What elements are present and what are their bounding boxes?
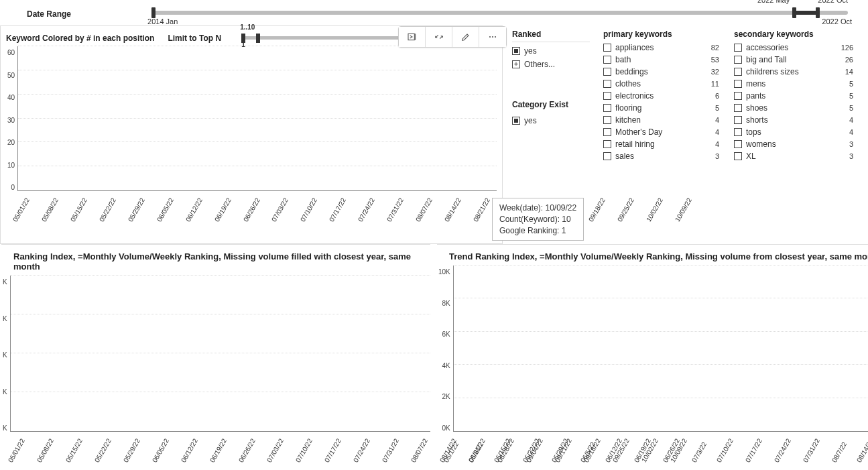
- toolbar-totals-button[interactable]: [399, 27, 426, 47]
- primary-keywords-title: primary keywords: [603, 30, 723, 39]
- y-tick: K: [3, 278, 7, 286]
- svg-rect-0: [408, 34, 414, 40]
- keyword-label: childrens sizes: [746, 67, 799, 76]
- secondary-keyword-item[interactable]: womens 3: [734, 139, 857, 149]
- y-tick: 8K: [442, 300, 450, 307]
- svg-point-2: [492, 36, 493, 38]
- date-range-slider[interactable]: 2014 Jan 2022 May 2022 Oct 2022 Oct: [151, 5, 848, 23]
- filter-ranked-yes[interactable]: yes: [512, 46, 590, 56]
- y-tick: 60: [7, 49, 15, 56]
- primary-keyword-item[interactable]: kitchen 4: [603, 115, 723, 125]
- filter-catexist-yes[interactable]: yes: [512, 116, 590, 125]
- keyword-label: tops: [746, 127, 761, 137]
- keyword-count: 4: [849, 116, 857, 124]
- keyword-count: 11: [711, 80, 723, 88]
- chart-tooltip: Week(date): 10/09/22 Count(Keyword): 10 …: [492, 198, 584, 241]
- keyword-label: Mother's Day: [615, 127, 662, 137]
- primary-keyword-item[interactable]: flooring 5: [603, 103, 723, 113]
- secondary-keyword-item[interactable]: mens 5: [734, 79, 857, 89]
- keyword-count: 126: [841, 44, 857, 52]
- card-toolbar: [398, 26, 507, 48]
- secondary-keyword-item[interactable]: tops 4: [734, 127, 857, 137]
- secondary-keyword-item[interactable]: accessories 126: [734, 43, 857, 52]
- y-tick: 0: [11, 184, 15, 191]
- y-tick: 6K: [442, 331, 450, 338]
- secondary-keyword-item[interactable]: big and Tall 26: [734, 55, 857, 64]
- y-tick: K: [3, 315, 7, 322]
- filter-ranked-yes-label: yes: [524, 46, 537, 56]
- primary-keyword-item[interactable]: Mother's Day 4: [603, 127, 723, 137]
- y-tick: 4K: [442, 362, 450, 369]
- topn-value: 1..10: [240, 23, 255, 31]
- secondary-keyword-item[interactable]: XL 3: [734, 152, 857, 161]
- date-range-sel-start: 2022 May: [757, 0, 790, 4]
- secondary-keywords-panel: secondary keywords accessories 126 big a…: [726, 25, 860, 244]
- svg-point-1: [489, 36, 491, 38]
- toolbar-more-button[interactable]: [479, 27, 506, 47]
- keyword-label: kitchen: [615, 115, 641, 125]
- keyword-count: 14: [845, 68, 857, 76]
- toolbar-expand-button[interactable]: [426, 27, 452, 47]
- keyword-label: clothes: [615, 79, 641, 89]
- checkbox-filled-icon: [512, 117, 520, 125]
- checkbox-icon: [734, 128, 742, 136]
- keyword-count: 4: [849, 128, 857, 136]
- checkbox-icon: [603, 116, 611, 124]
- tooltip-line-1: Week(date): 10/09/22: [499, 202, 576, 214]
- chart-trend-ranking-index: Trend Ranking Index, =Monthly Volume/Wee…: [437, 244, 868, 470]
- keyword-label: appliances: [615, 43, 654, 52]
- secondary-keyword-item[interactable]: pants 5: [734, 91, 857, 101]
- y-tick: 50: [7, 72, 15, 79]
- checkbox-icon: [603, 104, 611, 112]
- chart3-title: Trend Ranking Index, =Monthly Volume/Wee…: [449, 251, 868, 261]
- checkbox-icon: [603, 44, 611, 52]
- date-range-min: 2014 Jan: [147, 17, 178, 25]
- checkbox-filled-icon: [512, 47, 520, 55]
- keyword-count: 3: [715, 152, 723, 160]
- primary-keyword-item[interactable]: retail hiring 4: [603, 139, 723, 149]
- toolbar-edit-button[interactable]: [452, 27, 479, 47]
- y-tick: K: [3, 424, 7, 432]
- secondary-keyword-item[interactable]: shorts 4: [734, 115, 857, 125]
- keyword-label: beddings: [615, 67, 648, 76]
- secondary-keyword-item[interactable]: childrens sizes 14: [734, 67, 857, 76]
- checkbox-icon: [734, 116, 742, 124]
- primary-keyword-item[interactable]: clothes 11: [603, 79, 723, 89]
- filter-ranked-title: Ranked: [512, 30, 590, 42]
- primary-keyword-item[interactable]: appliances 82: [603, 43, 723, 52]
- keyword-label: accessories: [746, 43, 788, 52]
- primary-keyword-item[interactable]: beddings 32: [603, 67, 723, 76]
- checkbox-icon: [734, 104, 742, 112]
- y-tick: 20: [7, 139, 15, 146]
- checkbox-icon: [734, 68, 742, 76]
- checkbox-icon: [603, 80, 611, 88]
- filter-ranked-others[interactable]: Others...: [512, 60, 590, 69]
- checkbox-icon: [734, 92, 742, 100]
- keyword-count: 6: [715, 92, 723, 100]
- keyword-count: 32: [711, 68, 723, 76]
- keyword-label: electronics: [615, 91, 654, 101]
- keyword-label: pants: [746, 91, 765, 101]
- secondary-keywords-title: secondary keywords: [734, 30, 857, 39]
- keyword-count: 5: [849, 80, 857, 88]
- secondary-keyword-item[interactable]: shoes 5: [734, 103, 857, 113]
- svg-point-3: [495, 36, 496, 38]
- primary-keyword-item[interactable]: sales 3: [603, 152, 723, 161]
- keyword-label: retail hiring: [615, 139, 655, 149]
- primary-keyword-item[interactable]: bath 53: [603, 55, 723, 64]
- keyword-label: shoes: [746, 103, 767, 113]
- keyword-count: 5: [849, 92, 857, 100]
- keyword-label: flooring: [615, 103, 641, 113]
- checkbox-icon: [734, 44, 742, 52]
- checkbox-icon: [734, 56, 742, 64]
- chart1-title: Keyword Colored by # in each position: [6, 34, 154, 43]
- keyword-label: womens: [746, 139, 776, 149]
- primary-keyword-item[interactable]: electronics 6: [603, 91, 723, 101]
- topn-label: Limit to Top N: [168, 34, 221, 43]
- chart-keyword-position: Keyword Colored by # in each position Li…: [0, 25, 503, 244]
- chart2-title: Ranking Index, =Monthly Volume/Weekly Ra…: [13, 251, 430, 272]
- keyword-label: bath: [615, 55, 631, 64]
- checkbox-icon: [734, 152, 742, 160]
- checkbox-icon: [603, 56, 611, 64]
- keyword-count: 4: [715, 140, 723, 148]
